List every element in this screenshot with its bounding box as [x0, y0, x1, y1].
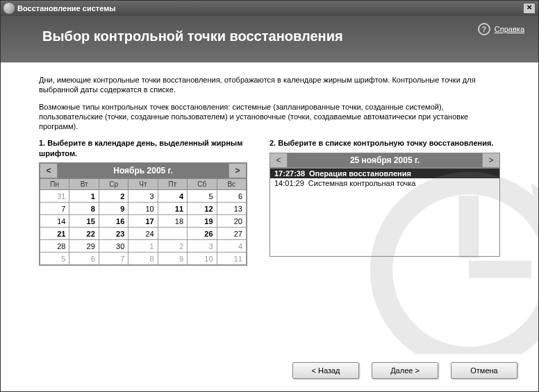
calendar-weekday: Пт	[158, 179, 187, 190]
calendar-day[interactable]: 25	[158, 228, 187, 240]
calendar-weekday: Вс	[217, 179, 246, 190]
intro-text-1: Дни, имеющие контрольные точки восстанов…	[39, 75, 500, 95]
next-button[interactable]: Далее >	[372, 362, 438, 379]
calendar-prev-button[interactable]: <	[40, 163, 58, 178]
restore-point-time: 17:27:38	[274, 169, 305, 178]
calendar-day[interactable]: 10	[128, 203, 158, 215]
restore-point-desc: Операция восстановления	[309, 169, 411, 178]
calendar-day[interactable]: 16	[99, 215, 128, 228]
step2-label: 2. Выберите в списке контрольную точку в…	[270, 138, 500, 148]
restore-point-item[interactable]: 14:01:29Системная контрольная точка	[270, 178, 499, 188]
restore-point-time: 14:01:29	[274, 179, 304, 187]
back-button[interactable]: < Назад	[292, 362, 359, 379]
content: Дни, имеющие контрольные точки восстанов…	[1, 62, 538, 354]
calendar-day[interactable]: 23	[99, 228, 128, 240]
help-icon: ?	[478, 23, 490, 35]
calendar-day[interactable]: 2	[158, 240, 187, 253]
calendar-day[interactable]: 31	[40, 190, 69, 203]
calendar-day[interactable]: 9	[99, 203, 128, 215]
footer: < Назад Далее > Отмена	[1, 354, 538, 391]
calendar-grid: ПнВтСрЧтПтСбВс 3112345678910111213141516…	[40, 178, 247, 265]
calendar-day[interactable]: 19	[188, 215, 217, 228]
header: ? Справка Выбор контрольной точки восста…	[1, 16, 538, 62]
system-restore-window: Восстановление системы ✕ ? Справка Выбор…	[0, 0, 539, 392]
calendar-weekday: Пн	[40, 179, 69, 190]
calendar-weekday: Вт	[69, 179, 99, 190]
calendar-day[interactable]: 3	[128, 190, 158, 203]
calendar-day[interactable]: 21	[40, 228, 69, 240]
calendar-day[interactable]: 18	[158, 215, 187, 228]
calendar-day[interactable]: 8	[69, 203, 99, 215]
calendar-day[interactable]: 27	[217, 228, 246, 240]
calendar-day[interactable]: 3	[188, 240, 217, 253]
calendar-day[interactable]: 12	[188, 203, 217, 215]
calendar-weekday: Чт	[128, 179, 158, 190]
calendar-day[interactable]: 17	[128, 215, 158, 228]
calendar-day[interactable]: 2	[99, 190, 128, 203]
calendar-day[interactable]: 1	[69, 190, 99, 203]
calendar-day[interactable]: 5	[188, 190, 217, 203]
step1-label: 1. Выберите в календаре день, выделенный…	[39, 138, 257, 158]
calendar-month: Ноябрь 2005 г.	[58, 163, 229, 178]
help-link[interactable]: ? Справка	[478, 23, 524, 35]
window-title: Восстановление системы	[17, 4, 116, 12]
calendar-day[interactable]: 6	[217, 190, 246, 203]
calendar-day[interactable]: 11	[217, 253, 246, 265]
calendar-day[interactable]: 4	[158, 190, 187, 203]
calendar-day[interactable]: 7	[40, 203, 69, 215]
calendar-day[interactable]: 9	[158, 253, 187, 265]
calendar-day[interactable]: 8	[128, 253, 158, 265]
svg-marker-3	[531, 183, 538, 264]
date-next-button[interactable]: >	[482, 153, 500, 168]
calendar-day[interactable]: 24	[128, 228, 158, 240]
calendar-day[interactable]: 5	[40, 253, 69, 265]
calendar-weekday: Ср	[99, 179, 128, 190]
close-icon[interactable]: ✕	[523, 3, 536, 14]
intro-text-2: Возможные типы контрольных точек восстан…	[39, 102, 500, 132]
calendar: < Ноябрь 2005 г. > ПнВтСрЧтПтСбВс 311234…	[39, 162, 247, 266]
calendar-next-button[interactable]: >	[229, 163, 247, 178]
page-title: Выбор контрольной точки восстановления	[42, 28, 519, 44]
calendar-day[interactable]: 1	[128, 240, 158, 253]
cancel-button[interactable]: Отмена	[451, 362, 517, 379]
calendar-day[interactable]: 28	[40, 240, 69, 253]
calendar-day[interactable]: 7	[99, 253, 128, 265]
calendar-day[interactable]: 11	[158, 203, 187, 215]
calendar-day[interactable]: 14	[40, 215, 69, 228]
calendar-day[interactable]: 13	[217, 203, 246, 215]
calendar-day[interactable]: 22	[69, 228, 99, 240]
calendar-day[interactable]: 29	[69, 240, 99, 253]
calendar-day[interactable]: 10	[188, 253, 217, 265]
calendar-day[interactable]: 6	[69, 253, 99, 265]
restore-point-item[interactable]: 17:27:38Операция восстановления	[270, 169, 499, 178]
calendar-day[interactable]: 20	[217, 215, 246, 228]
date-prev-button[interactable]: <	[270, 153, 288, 168]
calendar-day[interactable]: 26	[188, 228, 217, 240]
selected-date: 25 ноября 2005 г.	[288, 153, 482, 168]
help-label[interactable]: Справка	[495, 25, 524, 33]
calendar-day[interactable]: 30	[99, 240, 128, 253]
titlebar: Восстановление системы ✕	[1, 1, 538, 16]
app-icon	[3, 3, 15, 14]
calendar-day[interactable]: 15	[69, 215, 99, 228]
restore-point-desc: Системная контрольная точка	[308, 179, 416, 187]
calendar-day[interactable]: 4	[217, 240, 246, 253]
restore-point-list[interactable]: 17:27:38Операция восстановления14:01:29С…	[270, 168, 500, 257]
restore-point-panel: < 25 ноября 2005 г. > 17:27:38Операция в…	[270, 153, 500, 257]
calendar-weekday: Сб	[188, 179, 217, 190]
